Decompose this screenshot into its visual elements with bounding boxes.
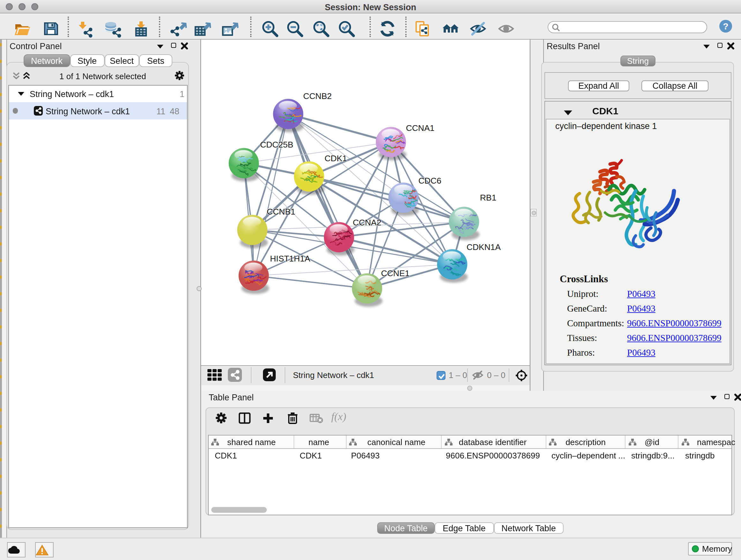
svg-text:CCNE1: CCNE1 [381,268,409,278]
svg-text:CCNA1: CCNA1 [406,123,434,133]
svg-text:CDKN1A: CDKN1A [467,242,501,252]
svg-text:HIST1H1A: HIST1H1A [270,254,311,263]
svg-text:CDK1: CDK1 [325,153,347,163]
svg-text:CCNB1: CCNB1 [267,207,295,216]
svg-text:RB1: RB1 [480,193,496,202]
svg-text:CCNA2: CCNA2 [353,218,381,227]
svg-text:CCNB2: CCNB2 [303,91,332,101]
svg-text:CDC6: CDC6 [418,176,441,186]
svg-text:CDC25B: CDC25B [260,140,293,149]
